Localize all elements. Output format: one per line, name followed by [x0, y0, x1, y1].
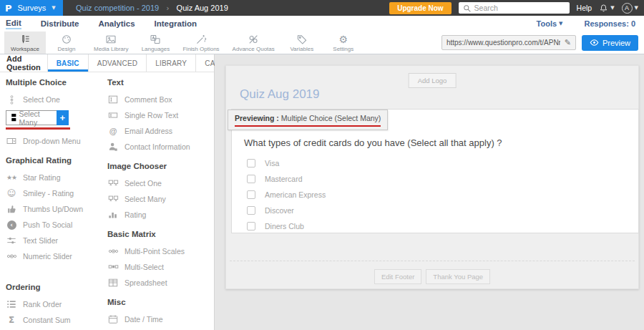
- media-library-icon: [105, 34, 117, 45]
- sidebar-item-multi-point-scales[interactable]: Multi-Point Scales: [107, 246, 214, 256]
- chevron-down-icon: ▼: [559, 21, 562, 26]
- rank-order-icon: [6, 299, 17, 309]
- sidebar-item-contact-information[interactable]: Contact Information: [107, 142, 214, 152]
- sidebar-item-multi-select[interactable]: Multi-Select: [107, 262, 214, 272]
- sidebar-item-smiley-rating[interactable]: ☺ Smiley - Rating: [6, 188, 107, 198]
- brand-area[interactable]: P Surveys ▼: [0, 0, 63, 16]
- toolbar-item-finish-options[interactable]: Finish Options: [176, 31, 225, 54]
- survey-url-box[interactable]: https://www.questionpro.com/t/APNrFZ ✎: [441, 35, 576, 50]
- tab-advanced[interactable]: ADVANCED: [88, 54, 146, 72]
- sidebar-item-comment-box[interactable]: Comment Box: [107, 94, 214, 105]
- builder-toolbar: Workspace Design Media Library Languages…: [0, 31, 644, 54]
- panel-title: Add Question: [0, 54, 47, 72]
- help-link[interactable]: Help: [577, 4, 592, 12]
- sidebar-item-rank-order[interactable]: Rank Order: [6, 299, 107, 309]
- checkbox[interactable]: [247, 175, 255, 183]
- tools-label: Tools: [537, 19, 557, 28]
- item-label: Smiley - Rating: [23, 189, 74, 198]
- nav-tab-distribute[interactable]: Distribute: [41, 19, 79, 28]
- toolbar-item-design[interactable]: Design: [46, 31, 87, 54]
- finish-options-icon: [195, 34, 207, 45]
- breadcrumb-parent-link[interactable]: Quiz competition - 2019: [76, 4, 159, 12]
- select-many-icon: [9, 112, 19, 123]
- add-select-many-plus-button[interactable]: +: [57, 110, 69, 125]
- answer-option[interactable]: Discover: [247, 206, 638, 215]
- sidebar-item-dropdown-menu[interactable]: Drop-down Menu: [6, 136, 107, 146]
- edit-url-pencil-icon[interactable]: ✎: [560, 38, 575, 47]
- date-time-icon: [107, 314, 119, 324]
- answer-option[interactable]: Mastercard: [247, 175, 638, 183]
- sidebar-item-constant-sum[interactable]: Σ Constant Sum: [6, 315, 107, 325]
- tab-library[interactable]: LIBRARY: [146, 54, 195, 72]
- sidebar-item-push-to-social[interactable]: ‹ Push To Social: [6, 220, 107, 230]
- item-label: Text Slider: [23, 236, 58, 245]
- upgrade-now-button[interactable]: Upgrade Now: [389, 2, 451, 14]
- sidebar-item-image-select-one[interactable]: Select One: [107, 178, 214, 188]
- question-type-columns: Multiple Choice Select One Select Many +…: [0, 72, 214, 330]
- chevron-down-icon: ▼: [52, 5, 55, 11]
- dropdown-menu-icon: [6, 136, 17, 146]
- nav-tab-edit[interactable]: Edit: [6, 19, 21, 29]
- item-label: Comment Box: [125, 95, 172, 104]
- toolbar-item-workspace[interactable]: Workspace: [4, 31, 46, 54]
- answer-option[interactable]: Diners Club: [247, 222, 638, 230]
- previewing-tab: Previewing :Multiple Choice (Select Many…: [228, 110, 388, 130]
- tools-menu[interactable]: Tools▼: [537, 19, 563, 28]
- add-logo-button[interactable]: Add Logo: [409, 73, 457, 88]
- survey-preview-card: Add Logo Quiz Aug 2019 What types of cre…: [225, 65, 639, 289]
- sidebar-item-single-row-text[interactable]: Single Row Text: [107, 110, 214, 120]
- sidebar-item-star-rating[interactable]: ★★ Star Rating: [6, 173, 107, 183]
- survey-url-value[interactable]: https://www.questionpro.com/t/APNrFZ: [442, 39, 560, 47]
- contact-icon: [107, 142, 119, 152]
- notifications-menu[interactable]: ▼: [599, 4, 614, 13]
- sidebar-item-numeric-slider[interactable]: Numeric Slider: [6, 251, 107, 261]
- thumbs-icon: [6, 204, 17, 214]
- previewing-value: Multiple Choice (Select Many): [281, 114, 381, 122]
- global-search[interactable]: [459, 2, 570, 14]
- sidebar-item-email-address[interactable]: @ Email Address: [107, 126, 214, 136]
- sidebar-item-date-time[interactable]: Date / Time: [107, 314, 214, 324]
- sidebar-item-text-slider[interactable]: Text Slider: [6, 236, 107, 246]
- item-label: Single Row Text: [125, 111, 178, 120]
- toolbar-item-languages[interactable]: Languages: [135, 31, 176, 54]
- answer-option[interactable]: Visa: [247, 159, 638, 168]
- sidebar-item-image-select-many[interactable]: Select Many: [107, 194, 214, 204]
- question-text: What types of credit cards do you have (…: [244, 137, 638, 148]
- checkbox[interactable]: [247, 159, 255, 168]
- checkbox[interactable]: [247, 206, 255, 215]
- section-title-graphical-rating: Graphical Rating: [6, 156, 107, 165]
- sidebar-item-select-many-highlighted[interactable]: Select Many +: [6, 110, 69, 125]
- sidebar-item-select-one[interactable]: Select One: [6, 94, 107, 105]
- eye-icon: [590, 38, 599, 47]
- search-input[interactable]: [474, 4, 565, 12]
- preview-button[interactable]: Preview: [582, 35, 638, 51]
- thank-you-page-button[interactable]: Thank You Page: [426, 269, 490, 284]
- sidebar-item-image-rating[interactable]: Rating: [107, 210, 214, 220]
- questionpro-logo-icon: P: [5, 3, 12, 14]
- add-question-panel: Add Question BASIC ADVANCED LIBRARY CANV…: [0, 54, 215, 330]
- main-area: Add Question BASIC ADVANCED LIBRARY CANV…: [0, 54, 644, 330]
- nav-tab-analytics[interactable]: Analytics: [98, 19, 135, 28]
- survey-title[interactable]: Quiz Aug 2019: [240, 87, 320, 102]
- nav-tab-integration[interactable]: Integration: [155, 19, 197, 28]
- toolbar-item-advance-quotas[interactable]: Advance Quotas: [226, 31, 281, 54]
- tab-basic[interactable]: BASIC: [47, 54, 88, 72]
- toolbar-item-variables[interactable]: Variables: [281, 31, 323, 54]
- responses-count-link[interactable]: Responses: 0: [584, 19, 635, 28]
- previewing-red-underline: [235, 125, 381, 127]
- toolbar-item-label: Design: [58, 46, 76, 52]
- section-title-misc: Misc: [107, 298, 214, 306]
- product-menu-label[interactable]: Surveys: [18, 4, 47, 12]
- edit-footer-button[interactable]: Edit Footer: [374, 269, 421, 284]
- languages-icon: [150, 34, 161, 45]
- toolbar-item-media-library[interactable]: Media Library: [87, 31, 135, 54]
- checkbox[interactable]: [247, 222, 255, 230]
- account-menu[interactable]: A ▼: [622, 3, 638, 14]
- sidebar-item-spreadsheet[interactable]: Spreadsheet: [107, 278, 214, 288]
- toolbar-item-label: Finish Options: [182, 46, 219, 52]
- design-icon: [61, 34, 72, 45]
- answer-option[interactable]: American Express: [247, 190, 638, 199]
- checkbox[interactable]: [247, 190, 255, 199]
- toolbar-item-settings[interactable]: ⚙ Settings: [323, 31, 364, 54]
- sidebar-item-thumbs-up-down[interactable]: Thumbs Up/Down: [6, 204, 107, 214]
